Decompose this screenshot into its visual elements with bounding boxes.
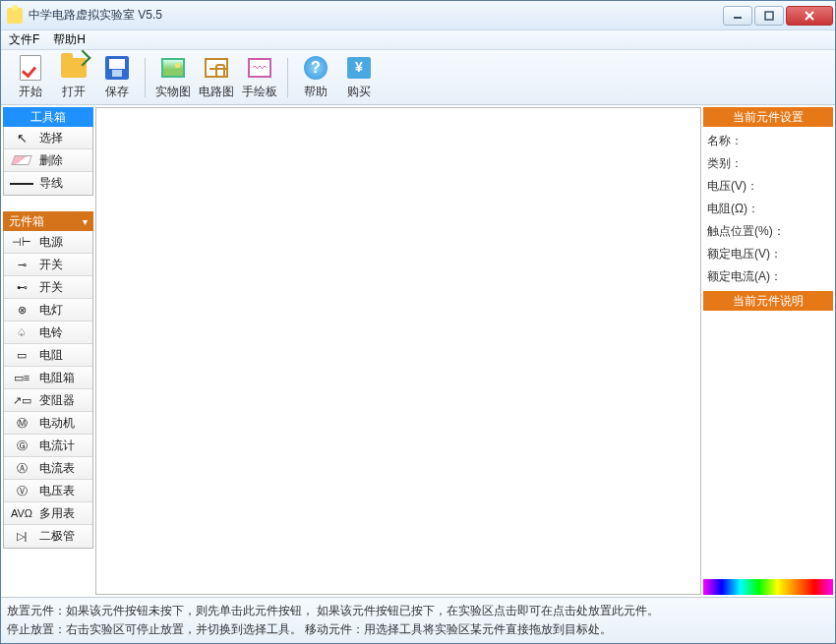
comp-ammeter[interactable]: Ⓐ电流表 bbox=[4, 457, 92, 480]
wire-icon bbox=[8, 176, 35, 192]
ammeter-icon: Ⓐ bbox=[8, 460, 35, 476]
menu-help[interactable]: 帮助H bbox=[49, 29, 90, 50]
cursor-icon bbox=[8, 130, 35, 146]
tool-circuit[interactable]: 电路图 bbox=[195, 52, 238, 103]
minimize-button[interactable] bbox=[723, 6, 752, 26]
comp-resistorbox[interactable]: ▭≡电阻箱 bbox=[4, 367, 92, 389]
props-list: 名称： 类别： 电压(V)： 电阻(Ω)： 触点位置(%)： 额定电压(V)： … bbox=[703, 129, 833, 289]
comp-rheostat[interactable]: ↗▭变阻器 bbox=[4, 389, 92, 412]
power-icon: ⊣⊢ bbox=[8, 234, 35, 250]
motor-icon: Ⓜ bbox=[8, 415, 35, 431]
comp-diode[interactable]: ▷|二极管 bbox=[4, 525, 92, 548]
prop-contact: 触点位置(%)： bbox=[707, 223, 829, 240]
window-buttons bbox=[723, 6, 833, 26]
left-panel: 工具箱 选择 删除 导线 元件箱▾ ⊣⊢电源 ⊸开关 ⊷开关 ⊗电灯 ♤电铃 ▭… bbox=[3, 107, 93, 595]
galvanometer-icon: Ⓖ bbox=[8, 438, 35, 453]
bell-icon: ♤ bbox=[8, 324, 35, 340]
handdraw-icon bbox=[248, 58, 271, 78]
toolbox-wire[interactable]: 导线 bbox=[4, 172, 92, 195]
comp-power[interactable]: ⊣⊢电源 bbox=[4, 231, 92, 254]
app-window: 中学电路虚拟实验室 V5.5 文件F 帮助H 开始 打开 保存 实物图 电路图 … bbox=[0, 0, 836, 644]
comp-lamp[interactable]: ⊗电灯 bbox=[4, 299, 92, 322]
tool-handdraw[interactable]: 手绘板 bbox=[238, 52, 281, 103]
tool-help[interactable]: ?帮助 bbox=[294, 52, 337, 103]
menu-file[interactable]: 文件F bbox=[5, 29, 43, 50]
tool-start[interactable]: 开始 bbox=[9, 52, 52, 103]
tool-photo[interactable]: 实物图 bbox=[151, 52, 195, 103]
app-icon bbox=[7, 8, 23, 24]
comp-switch2[interactable]: ⊷开关 bbox=[4, 276, 92, 299]
prop-rated-a: 额定电流(A)： bbox=[707, 268, 829, 285]
toolbox-delete[interactable]: 删除 bbox=[4, 149, 92, 172]
toolbox-list: 选择 删除 导线 bbox=[3, 127, 93, 196]
comp-bell[interactable]: ♤电铃 bbox=[4, 322, 92, 344]
comp-motor[interactable]: Ⓜ电动机 bbox=[4, 412, 92, 435]
menubar: 文件F 帮助H bbox=[1, 30, 835, 50]
comp-galvanometer[interactable]: Ⓖ电流计 bbox=[4, 435, 92, 457]
diode-icon: ▷| bbox=[8, 529, 35, 545]
right-panel: 当前元件设置 名称： 类别： 电压(V)： 电阻(Ω)： 触点位置(%)： 额定… bbox=[703, 107, 833, 595]
buy-icon bbox=[347, 57, 371, 79]
comp-switch1[interactable]: ⊸开关 bbox=[4, 254, 92, 276]
color-spectrum[interactable] bbox=[703, 579, 833, 595]
check-icon bbox=[20, 55, 41, 81]
comp-multimeter[interactable]: AVΩ多用表 bbox=[4, 502, 92, 525]
chevron-down-icon: ▾ bbox=[83, 216, 88, 227]
help-icon: ? bbox=[304, 56, 328, 80]
prop-name: 名称： bbox=[707, 133, 829, 149]
statusbar: 放置元件：如果该元件按钮未按下，则先单击此元件按钮， 如果该元件按钮已按下，在实… bbox=[1, 597, 835, 643]
multimeter-icon: AVΩ bbox=[8, 505, 35, 521]
props-header: 当前元件设置 bbox=[703, 107, 833, 127]
status-line1: 放置元件：如果该元件按钮未按下，则先单击此元件按钮， 如果该元件按钮已按下，在实… bbox=[7, 602, 829, 620]
switch-icon: ⊸ bbox=[8, 257, 35, 272]
close-button[interactable] bbox=[786, 6, 833, 26]
desc-body bbox=[703, 313, 833, 577]
rheostat-icon: ↗▭ bbox=[8, 392, 35, 408]
status-line2: 停止放置：右击实验区可停止放置，并切换到选择工具。 移动元件：用选择工具将实验区… bbox=[7, 620, 829, 639]
comp-voltmeter[interactable]: Ⓥ电压表 bbox=[4, 480, 92, 502]
toolbar: 开始 打开 保存 实物图 电路图 手绘板 ?帮助 购买 bbox=[1, 50, 835, 105]
window-title: 中学电路虚拟实验室 V5.5 bbox=[29, 7, 723, 24]
switch2-icon: ⊷ bbox=[8, 279, 35, 295]
tool-open[interactable]: 打开 bbox=[52, 52, 95, 103]
main-area: 工具箱 选择 删除 导线 元件箱▾ ⊣⊢电源 ⊸开关 ⊷开关 ⊗电灯 ♤电铃 ▭… bbox=[1, 105, 835, 597]
save-icon bbox=[105, 56, 129, 80]
prop-category: 类别： bbox=[707, 155, 829, 172]
components-list: ⊣⊢电源 ⊸开关 ⊷开关 ⊗电灯 ♤电铃 ▭电阻 ▭≡电阻箱 ↗▭变阻器 Ⓜ电动… bbox=[3, 231, 93, 549]
svg-rect-1 bbox=[765, 12, 773, 20]
tool-buy[interactable]: 购买 bbox=[337, 52, 381, 103]
components-header[interactable]: 元件箱▾ bbox=[3, 211, 93, 231]
comp-resistor[interactable]: ▭电阻 bbox=[4, 344, 92, 367]
photo-icon bbox=[161, 58, 185, 78]
experiment-canvas[interactable] bbox=[95, 107, 701, 595]
folder-open-icon bbox=[61, 58, 87, 78]
voltmeter-icon: Ⓥ bbox=[8, 483, 35, 498]
resistorbox-icon: ▭≡ bbox=[8, 370, 35, 385]
prop-voltage: 电压(V)： bbox=[707, 178, 829, 195]
tool-save[interactable]: 保存 bbox=[95, 52, 139, 103]
maximize-button[interactable] bbox=[754, 6, 784, 26]
toolbox-select[interactable]: 选择 bbox=[4, 127, 92, 149]
toolbar-separator bbox=[287, 58, 288, 97]
resistor-icon: ▭ bbox=[8, 347, 35, 363]
titlebar: 中学电路虚拟实验室 V5.5 bbox=[1, 1, 835, 30]
toolbar-separator bbox=[145, 58, 146, 97]
prop-resistance: 电阻(Ω)： bbox=[707, 201, 829, 217]
circuit-icon bbox=[205, 58, 228, 78]
lamp-icon: ⊗ bbox=[8, 302, 35, 318]
eraser-icon bbox=[8, 152, 35, 168]
prop-rated-v: 额定电压(V)： bbox=[707, 246, 829, 263]
desc-header: 当前元件说明 bbox=[703, 291, 833, 311]
toolbox-header: 工具箱 bbox=[3, 107, 93, 127]
